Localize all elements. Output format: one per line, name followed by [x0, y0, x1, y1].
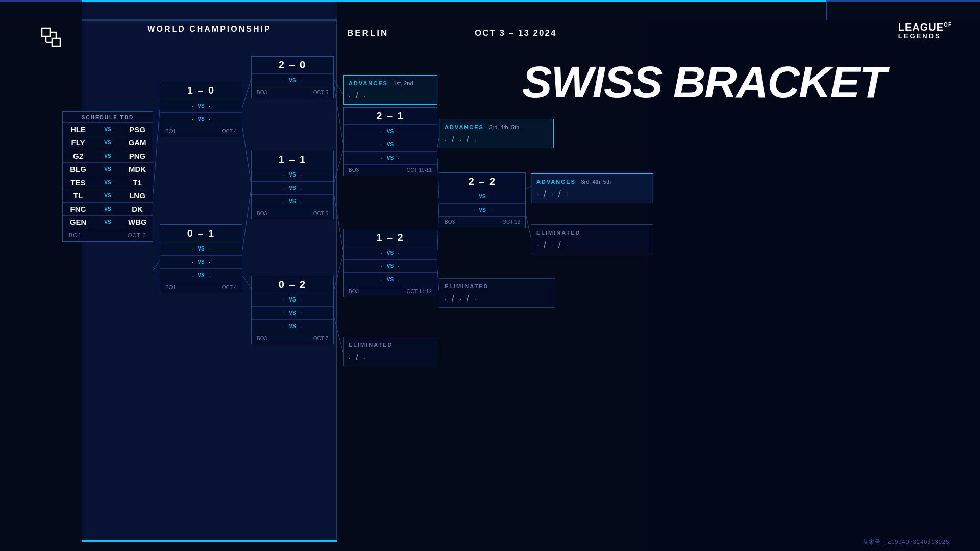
r3w-m1: · VS · — [344, 124, 437, 138]
expand-icon — [38, 24, 64, 50]
r4-footer: BO3 OCT 13 — [439, 216, 525, 228]
r3l-footer: BO3 OCT 11-12 — [344, 286, 437, 297]
elim-final-panel: ELIMINATED · / · / · — [531, 224, 653, 254]
advances-mid2-slots: · / · / · — [531, 187, 653, 203]
swiss-bracket-title: SWISS BRACKET — [522, 56, 886, 108]
team1-fly: FLY — [69, 138, 87, 147]
location-label: BERLIN — [347, 28, 388, 38]
advances-mid1-panel: ADVANCES 3rd, 4th, 5th · / · / · — [439, 119, 554, 148]
championship-title: WORLD CHAMPIONSHIP — [147, 24, 271, 33]
team2-png: PNG — [128, 152, 146, 160]
vs-8: VS — [104, 219, 111, 225]
r2m-m2: · VS · — [252, 181, 333, 194]
schedule-panel: SCHEDULE TBD HLE VS PSG FLY VS GAM G2 VS… — [62, 111, 153, 242]
team1-tl: TL — [69, 191, 87, 200]
vs-7: VS — [104, 206, 111, 212]
right-accent — [827, 0, 980, 2]
r3w-footer: BO3 OCT 10-11 — [344, 164, 437, 176]
schedule-format: BO1 — [69, 232, 82, 238]
advances-top-label: ADVANCES — [349, 80, 388, 86]
elim-mid-label: ELIMINATED — [445, 283, 488, 289]
svg-line-22 — [526, 186, 531, 189]
r3l-m1: · VS · — [344, 246, 437, 259]
header-title-area: WORLD CHAMPIONSHIP — [82, 24, 337, 34]
r1l-footer: BO1 OCT 4 — [160, 282, 242, 293]
r2w-footer: BO3 OCT 5 — [252, 87, 333, 98]
r1-win-score: 1 – 0 — [160, 82, 242, 99]
r2-win-score: 2 – 0 — [252, 57, 333, 73]
r4-score: 2 – 2 — [439, 173, 525, 190]
r2m-footer: BO3 OCT 5 — [252, 208, 333, 219]
team1-blg: BLG — [69, 165, 87, 173]
vs-3: VS — [104, 153, 111, 159]
advances-mid1-label: ADVANCES — [445, 124, 484, 130]
team2-lng: LNG — [128, 191, 146, 200]
svg-rect-1 — [52, 38, 60, 46]
right-accent-v — [826, 0, 827, 20]
header-divider — [82, 20, 337, 21]
svg-rect-0 — [42, 28, 50, 36]
lol-sub: LEGENDS — [898, 33, 952, 40]
r3l-m3: · VS · — [344, 272, 437, 286]
r4-group: 2 – 2 · VS · · VS · BO3 OCT 13 — [439, 172, 526, 228]
r3-loss-group: 1 – 2 · VS · · VS · · VS · BO3 OCT 11-12 — [343, 229, 437, 297]
vs-1: VS — [104, 127, 111, 132]
r2-loss-group: 0 – 2 · VS · · VS · · VS · BO3 OCT 7 — [251, 276, 334, 344]
match-row-8: GEN VS WBG — [63, 215, 153, 229]
r2w-m1: · VS · — [252, 73, 333, 87]
r2-mid-group: 1 – 1 · VS · · VS · · VS · BO3 OCT 5 — [251, 151, 334, 219]
team2-dk: DK — [128, 205, 146, 213]
r3-elim-panel: ELIMINATED · / · — [343, 337, 437, 366]
advances-mid2-panel: ADVANCES 3rd, 4th, 5th · / · / · — [531, 173, 653, 203]
team2-gam: GAM — [128, 138, 146, 147]
advances-mid1-sub: 3rd, 4th, 5th — [489, 124, 519, 130]
r1w-m1: · VS · — [160, 99, 242, 112]
match-row-6: TL VS LNG — [63, 189, 153, 202]
team1-g2: G2 — [69, 152, 87, 160]
schedule-footer: BO1 OCT 3 — [63, 229, 153, 241]
r2l-m3: · VS · — [252, 319, 333, 333]
team1-gen: GEN — [69, 218, 87, 227]
advances-top-sub: 1st, 2nd — [393, 80, 413, 86]
r2l-footer: BO3 OCT 7 — [252, 333, 333, 344]
r1-loss-score: 0 – 1 — [160, 225, 242, 242]
r4-m2: · VS · — [439, 203, 525, 216]
team1-tes: TES — [69, 178, 87, 187]
r1w-footer: BO1 OCT 4 — [160, 126, 242, 137]
team2-wbg: WBG — [128, 218, 146, 227]
team1-fnc: FNC — [69, 205, 87, 213]
advances-mid2-label: ADVANCES — [536, 179, 576, 185]
elim-mid-panel: ELIMINATED · / · / · — [439, 278, 555, 308]
r1-loss-group: 0 – 1 · VS · · VS · · VS · BO1 OCT 4 — [160, 224, 242, 293]
advances-mid2-sub: 3rd, 4th, 5th — [581, 179, 611, 185]
r3-win-score: 2 – 1 — [344, 108, 437, 124]
r2l-m2: · VS · — [252, 306, 333, 319]
date-label: OCT 3 – 13 2024 — [475, 28, 556, 38]
r2m-m3: · VS · — [252, 194, 333, 208]
r1l-m2: · VS · — [160, 255, 242, 268]
r2-loss-score: 0 – 2 — [252, 276, 333, 293]
r2m-m1: · VS · — [252, 168, 333, 181]
r3l-m2: · VS · — [344, 259, 437, 272]
r4-m1: · VS · — [439, 190, 525, 203]
match-row-7: FNC VS DK — [63, 202, 153, 215]
r3-loss-score: 1 – 2 — [344, 229, 437, 246]
match-row-2: FLY VS GAM — [63, 136, 153, 149]
elim-mid-slots: · / · / · — [439, 291, 555, 307]
advances-top-slots: · / · — [344, 88, 437, 104]
svg-line-23 — [526, 214, 531, 237]
r3-elim-label: ELIMINATED — [349, 342, 393, 348]
bg-panel-top — [82, 2, 337, 20]
match-row-1: HLE VS PSG — [63, 122, 153, 136]
advances-mid1-slots: · / · / · — [439, 132, 553, 148]
r2l-m1: · VS · — [252, 293, 333, 306]
r3-elim-slots: · / · — [344, 350, 437, 366]
match-row-3: G2 VS PNG — [63, 149, 153, 162]
r1-win-group: 1 – 0 · VS · · VS · BO1 OCT 4 — [160, 82, 242, 137]
elim-final-label: ELIMINATED — [536, 230, 580, 236]
lol-of: OF — [944, 22, 952, 28]
schedule-date: OCT 3 — [128, 232, 146, 238]
vs-2: VS — [104, 140, 111, 145]
r1l-m1: · VS · — [160, 242, 242, 255]
r3w-m3: · VS · — [344, 151, 437, 164]
